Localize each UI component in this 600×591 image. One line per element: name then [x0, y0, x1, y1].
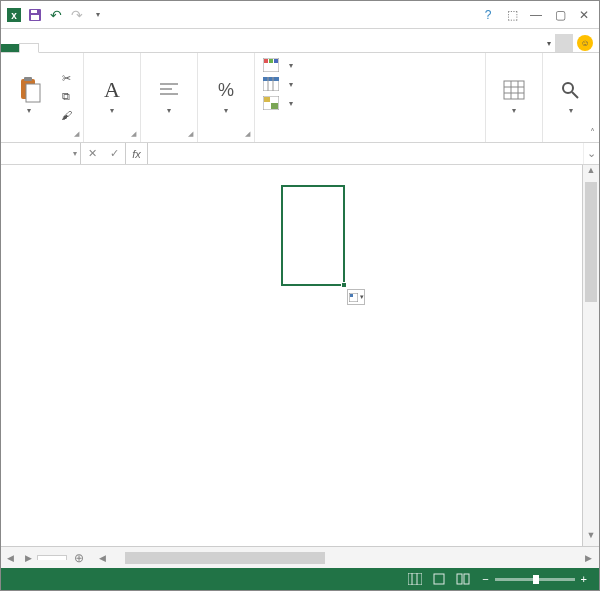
- group-styles: [255, 53, 486, 142]
- tab-loadtest[interactable]: [93, 44, 111, 52]
- collapse-ribbon-icon[interactable]: ˄: [590, 127, 595, 138]
- avatar[interactable]: [555, 34, 573, 52]
- group-font: A: [84, 53, 141, 142]
- svg-rect-4: [31, 15, 39, 20]
- excel-icon[interactable]: x: [5, 6, 23, 24]
- group-label-clipboard: [9, 136, 75, 140]
- group-cells: [486, 53, 543, 142]
- autofill-options-button[interactable]: [347, 289, 365, 305]
- svg-rect-16: [263, 77, 279, 81]
- window-buttons: ? ⬚ — ▢ ✕: [477, 6, 595, 24]
- zoom-slider[interactable]: [495, 578, 575, 581]
- svg-text:x: x: [11, 10, 17, 21]
- cancel-formula-icon[interactable]: ✕: [81, 147, 103, 160]
- group-clipboard: ✂ ⧉ 🖌: [1, 53, 84, 142]
- spreadsheet-grid[interactable]: ▲▼: [1, 165, 599, 546]
- group-label-editing: [551, 136, 591, 140]
- svg-rect-14: [274, 59, 278, 63]
- title-bar: x ↶ ↷ ▾ ? ⬚ — ▢ ✕: [1, 1, 599, 29]
- group-label-font: [92, 136, 132, 140]
- cells-icon: [502, 78, 526, 102]
- add-sheet-button[interactable]: ⊕: [67, 551, 91, 565]
- zoom-control[interactable]: − +: [482, 573, 593, 585]
- tab-review[interactable]: [75, 44, 93, 52]
- tab-file[interactable]: [1, 44, 19, 52]
- feedback-icon[interactable]: ☺: [577, 35, 593, 51]
- cell-styles-button[interactable]: [263, 95, 293, 111]
- fill-handle[interactable]: [341, 282, 347, 288]
- minimize-icon[interactable]: —: [525, 6, 547, 24]
- tab-team[interactable]: [129, 44, 147, 52]
- paste-button[interactable]: [9, 78, 49, 115]
- svg-line-28: [572, 92, 578, 98]
- sheet-nav-next[interactable]: ▶: [19, 553, 37, 563]
- sheet-nav-prev[interactable]: ◀: [1, 553, 19, 563]
- maximize-icon[interactable]: ▢: [549, 6, 571, 24]
- font-icon: A: [100, 78, 124, 102]
- tab-powerpivot[interactable]: [111, 44, 129, 52]
- conditional-formatting-button[interactable]: [263, 57, 293, 73]
- user-area[interactable]: ▾ ☺: [543, 34, 599, 52]
- group-label-styles: [263, 136, 477, 140]
- quick-access-toolbar: x ↶ ↷ ▾: [5, 6, 107, 24]
- svg-rect-22: [504, 81, 524, 99]
- ribbon: ✂ ⧉ 🖌 A %: [1, 53, 599, 143]
- conditional-formatting-icon: [263, 58, 279, 72]
- svg-rect-30: [350, 294, 353, 297]
- status-bar: − +: [1, 568, 599, 590]
- close-icon[interactable]: ✕: [573, 6, 595, 24]
- svg-rect-6: [26, 84, 40, 102]
- tab-insert[interactable]: [39, 44, 57, 52]
- view-pagelayout-icon[interactable]: [428, 571, 450, 587]
- alignment-icon: [157, 78, 181, 102]
- svg-rect-36: [464, 574, 469, 584]
- svg-rect-3: [31, 10, 37, 13]
- svg-rect-21: [271, 103, 278, 109]
- vertical-scrollbar[interactable]: ▲▼: [582, 165, 599, 546]
- enter-formula-icon[interactable]: ✓: [103, 147, 125, 160]
- group-label-alignment: [149, 136, 189, 140]
- svg-rect-12: [264, 59, 268, 63]
- tab-home[interactable]: [19, 43, 39, 53]
- svg-rect-7: [24, 77, 32, 81]
- svg-rect-31: [408, 573, 422, 585]
- cell-styles-icon: [263, 96, 279, 110]
- ribbon-opts-icon[interactable]: ⬚: [501, 6, 523, 24]
- zoom-out-icon[interactable]: −: [482, 573, 488, 585]
- cells-button[interactable]: [494, 78, 534, 115]
- view-pagebreak-icon[interactable]: [452, 571, 474, 587]
- name-box[interactable]: [1, 143, 81, 164]
- undo-icon[interactable]: ↶: [47, 6, 65, 24]
- svg-point-27: [563, 83, 573, 93]
- tab-data[interactable]: [57, 44, 75, 52]
- formula-bar: ✕ ✓ fx ⌄: [1, 143, 599, 165]
- group-number: %: [198, 53, 255, 142]
- sheet-tab[interactable]: [37, 555, 67, 560]
- paste-icon: [17, 78, 41, 102]
- group-alignment: [141, 53, 198, 142]
- format-as-table-button[interactable]: [263, 76, 293, 92]
- view-normal-icon[interactable]: [404, 571, 426, 587]
- save-icon[interactable]: [26, 6, 44, 24]
- svg-rect-34: [434, 574, 444, 584]
- help-icon[interactable]: ?: [477, 6, 499, 24]
- fx-icon[interactable]: fx: [126, 143, 148, 164]
- expand-formula-icon[interactable]: ⌄: [583, 143, 599, 164]
- group-label-number: [206, 136, 246, 140]
- zoom-in-icon[interactable]: +: [581, 573, 587, 585]
- horizontal-scrollbar[interactable]: ◀▶: [95, 551, 595, 565]
- alignment-button[interactable]: [149, 78, 189, 115]
- qat-custom-icon[interactable]: ▾: [89, 6, 107, 24]
- sheet-tab-bar: ◀ ▶ ⊕ ◀▶: [1, 546, 599, 568]
- number-button[interactable]: %: [206, 78, 246, 115]
- copy-icon[interactable]: ⧉: [57, 89, 75, 105]
- svg-rect-35: [457, 574, 462, 584]
- editing-button[interactable]: [551, 78, 591, 115]
- formula-input[interactable]: [148, 143, 583, 164]
- svg-rect-20: [264, 97, 270, 102]
- redo-icon[interactable]: ↷: [68, 6, 86, 24]
- format-as-table-icon: [263, 77, 279, 91]
- font-button[interactable]: A: [92, 78, 132, 115]
- cut-icon[interactable]: ✂: [57, 71, 75, 87]
- format-painter-icon[interactable]: 🖌: [57, 107, 75, 123]
